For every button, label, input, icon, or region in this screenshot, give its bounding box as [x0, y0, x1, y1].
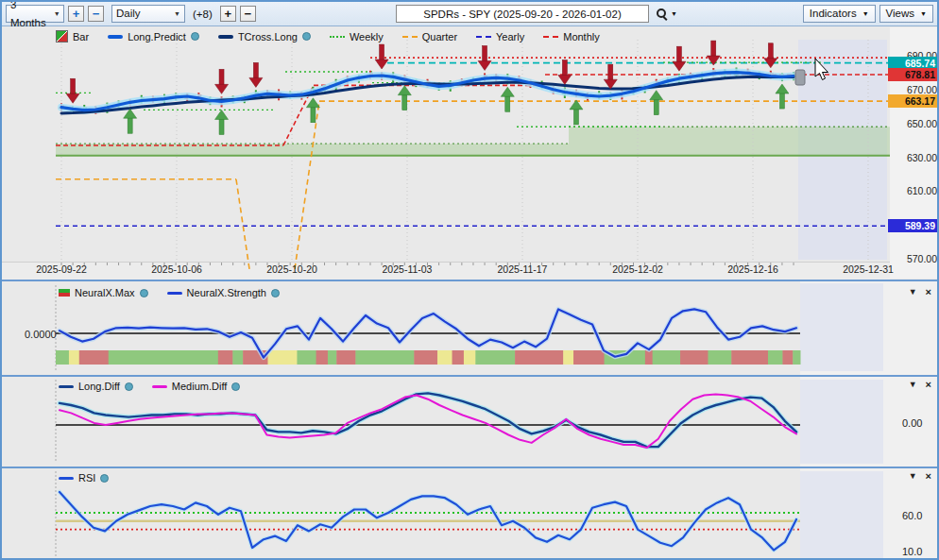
legend-item-medium-diff[interactable]: Medium.Diff	[152, 381, 240, 392]
buy-signal-arrow	[306, 98, 319, 123]
range-zoom-in-button[interactable]: +	[68, 6, 84, 22]
info-dot-icon[interactable]	[100, 474, 109, 483]
legend-item-tcross-long[interactable]: TCross.Long	[218, 31, 311, 42]
legend-label: Quarter	[422, 31, 457, 42]
legend-item-yearly[interactable]: Yearly	[476, 31, 524, 42]
legend-item-neuralx-strength[interactable]: NeuralX.Strength	[167, 287, 280, 298]
info-dot-icon[interactable]	[231, 382, 240, 391]
neural-strip-segment	[355, 350, 414, 365]
legend-item-long-diff[interactable]: Long.Diff	[59, 381, 133, 392]
info-dot-icon[interactable]	[191, 32, 199, 41]
neural-zero-label: 0.0000	[25, 329, 57, 340]
sell-signal-arrow	[375, 44, 388, 69]
legend-label: Medium.Diff	[172, 381, 227, 392]
neural-strip-segment	[782, 350, 793, 365]
collapse-panel-icon[interactable]: ▼	[909, 380, 917, 389]
legend-label: RSI	[78, 472, 95, 484]
range-select[interactable]: 3 Months ▼	[6, 5, 64, 23]
indicators-menu-button[interactable]: Indicators ▼	[803, 5, 876, 23]
views-menu-button[interactable]: Views ▼	[879, 5, 933, 23]
bars-add-button[interactable]: +	[220, 6, 236, 22]
legend-item-weekly[interactable]: Weekly	[330, 31, 384, 42]
legend-item-quarter[interactable]: Quarter	[402, 31, 457, 42]
legend-label: Long.Predict	[128, 31, 186, 42]
legend-label: Monthly	[563, 31, 600, 42]
info-dot-icon[interactable]	[125, 382, 133, 391]
main-chart-graphics	[56, 40, 890, 269]
chart-scroll-grip[interactable]	[795, 70, 805, 85]
line-swatch-icon	[218, 35, 233, 39]
level-line-quarter	[295, 101, 319, 269]
legend-label: Weekly	[350, 31, 384, 42]
y-axis-labels: 690.00670.00650.00630.00610.00570.00685.…	[886, 27, 939, 279]
info-dot-icon[interactable]	[271, 289, 280, 297]
neural-strip-segment	[645, 350, 653, 365]
neural-strip-segment	[336, 350, 356, 365]
y-axis-tick-label: 670.00	[907, 84, 937, 95]
bar-swatch-icon	[56, 30, 68, 42]
x-axis-tick-label: 2025-12-16	[710, 263, 795, 275]
buy-signal-arrow	[124, 109, 137, 133]
collapse-panel-icon[interactable]: ▼	[909, 287, 917, 297]
symbol-search-button[interactable]: ▼	[656, 8, 677, 20]
future-projection-zone	[800, 471, 883, 560]
info-dot-icon[interactable]	[140, 289, 148, 297]
line-swatch-icon	[167, 292, 182, 295]
neural-strip-segment	[708, 350, 731, 365]
dashed-swatch-icon	[402, 36, 418, 38]
y-axis-tick-label: 610.00	[907, 185, 937, 196]
neural-strip-segment	[56, 350, 69, 365]
buy-signal-arrow	[501, 87, 514, 111]
range-select-value: 3 Months	[10, 0, 46, 32]
neural-strip-segment	[653, 350, 681, 365]
close-panel-icon[interactable]: ×	[926, 286, 931, 297]
neural-strip-segment	[475, 350, 515, 365]
neural-strip-segment	[452, 350, 465, 365]
bars-remove-button[interactable]: −	[240, 6, 256, 22]
info-dot-icon[interactable]	[302, 32, 311, 41]
search-icon	[656, 8, 668, 20]
sell-signal-arrow	[673, 46, 686, 71]
y-axis-tick-label: 570.00	[907, 253, 937, 264]
support-band	[569, 127, 890, 155]
neural-strip-segment	[267, 350, 297, 365]
x-axis-tick-label: 2025-11-17	[480, 263, 565, 275]
neural-panel-controls: ▼ ×	[909, 286, 931, 297]
rsi-upper-guide-label: 60.0	[902, 510, 922, 521]
sell-signal-arrow	[604, 64, 617, 89]
price-badge: 589.39	[888, 219, 939, 232]
legend-item-long-predict[interactable]: Long.Predict	[108, 31, 199, 42]
future-projection-zone	[800, 380, 883, 464]
line-swatch-icon	[59, 477, 74, 480]
chevron-down-icon: ▼	[671, 10, 677, 17]
close-panel-icon[interactable]: ×	[926, 470, 931, 482]
close-panel-icon[interactable]: ×	[926, 379, 931, 390]
neural-strip-segment	[316, 350, 329, 365]
symbol-input[interactable]: SPDRs - SPY (2025-09-20 - 2026-01-02)	[396, 5, 649, 23]
legend-item-neuralx-max[interactable]: NeuralX.Max	[59, 287, 148, 298]
legend-item-bar[interactable]: Bar	[56, 30, 89, 42]
x-axis-tick-label: 2025-10-20	[249, 263, 334, 275]
panel-separator[interactable]	[2, 467, 937, 468]
diff-zero-label: 0.00	[902, 417, 922, 429]
views-menu-label: Views	[886, 5, 914, 23]
panel-separator[interactable]	[2, 280, 937, 281]
dotted-swatch-icon	[330, 36, 345, 38]
legend-item-rsi[interactable]: RSI	[59, 472, 109, 484]
interval-select-value: Daily	[116, 5, 141, 23]
x-axis-tick-label: 2025-10-06	[134, 263, 219, 275]
main-chart-legend: Bar Long.Predict TCross.Long Weekly Quar…	[56, 30, 619, 42]
range-zoom-out-button[interactable]: −	[88, 6, 104, 22]
chevron-down-icon: ▼	[920, 5, 927, 23]
neural-strip-segment	[414, 350, 437, 365]
collapse-panel-icon[interactable]: ▼	[909, 471, 917, 481]
x-axis-tick-label: 2025-09-22	[19, 263, 104, 275]
price-badge: 663.17	[888, 94, 939, 108]
x-axis-tick-label: 2025-11-03	[365, 263, 450, 275]
indicators-menu-label: Indicators	[810, 5, 857, 23]
panel-separator[interactable]	[2, 375, 937, 377]
dashed-swatch-icon	[476, 36, 491, 38]
legend-item-monthly[interactable]: Monthly	[543, 31, 600, 42]
interval-select[interactable]: Daily ▼	[111, 5, 185, 23]
chevron-down-icon: ▼	[54, 5, 60, 23]
